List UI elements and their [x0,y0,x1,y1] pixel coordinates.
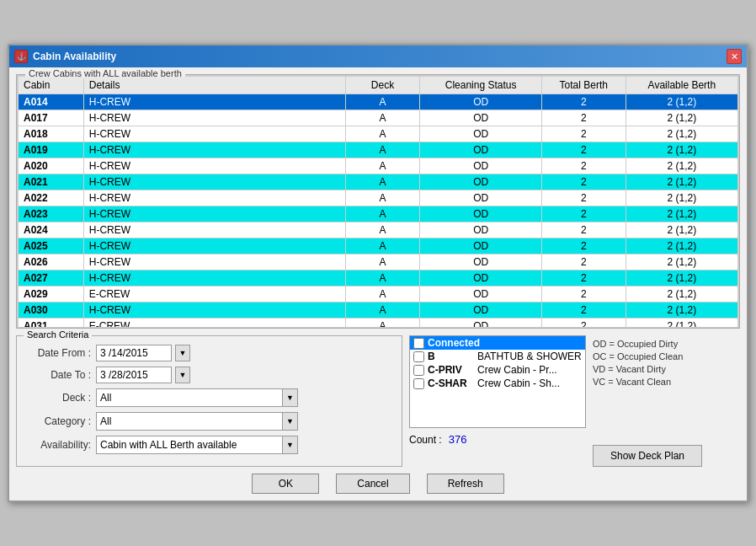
category-item[interactable]: Connected [410,336,585,350]
cell-total: 2 [541,302,626,318]
search-criteria-label: Search Criteria [24,329,92,340]
cell-cabin: A014 [19,94,84,110]
close-button[interactable]: ✕ [727,49,742,64]
table-row[interactable]: A027H-CREWAOD22 (1,2) [19,270,738,286]
table-row[interactable]: A030H-CREWAOD22 (1,2) [19,302,738,318]
cell-deck: A [345,270,420,286]
table-row[interactable]: A023H-CREWAOD22 (1,2) [19,206,738,222]
table-row[interactable]: A029E-CREWAOD22 (1,2) [19,286,738,302]
show-deck-plan-button[interactable]: Show Deck Plan [593,445,702,467]
cell-deck: A [345,158,420,174]
table-row[interactable]: A024H-CREWAOD22 (1,2) [19,222,738,238]
cell-available: 2 (1,2) [626,254,737,270]
cell-available: 2 (1,2) [626,142,737,158]
availability-dropdown-btn[interactable]: ▼ [282,436,297,453]
cell-details: H-CREW [83,190,345,206]
cabin-table-scroll[interactable]: Cabin Details Deck Cleaning Status Total… [17,75,739,328]
table-row[interactable]: A031E-CREWAOD22 (1,2) [19,318,738,329]
availability-input[interactable] [97,437,282,452]
cell-deck: A [345,110,420,126]
category-item[interactable]: BBATHTUB & SHOWER [410,350,585,363]
search-criteria-group: Search Criteria Date From : ▼ Date To : … [16,335,402,467]
table-row[interactable]: A019H-CREWAOD22 (1,2) [19,142,738,158]
cell-deck: A [345,174,420,190]
category-checkbox[interactable] [413,351,424,362]
category-list[interactable]: ConnectedBBATHTUB & SHOWERC-PRIVCrew Cab… [409,335,586,428]
cell-total: 2 [541,94,626,110]
category-checkbox[interactable] [413,378,424,389]
cell-available: 2 (1,2) [626,286,737,302]
cell-details: E-CREW [83,318,345,329]
cell-available: 2 (1,2) [626,94,737,110]
cell-cleaning: OD [420,110,541,126]
refresh-button[interactable]: Refresh [427,474,504,494]
date-to-label: Date To : [24,369,91,381]
date-from-dropdown[interactable]: ▼ [175,345,190,361]
table-row[interactable]: A026H-CREWAOD22 (1,2) [19,254,738,270]
deck-label: Deck : [24,392,91,404]
table-row[interactable]: A017H-CREWAOD22 (1,2) [19,110,738,126]
table-row[interactable]: A021H-CREWAOD22 (1,2) [19,174,738,190]
cell-cabin: A019 [19,142,84,158]
window-body: Crew Cabins with ALL available berth Cab… [9,67,747,500]
ok-button[interactable]: OK [252,474,319,494]
cell-available: 2 (1,2) [626,318,737,329]
cell-details: H-CREW [83,206,345,222]
date-from-input[interactable] [96,345,172,361]
cell-total: 2 [541,174,626,190]
category-dropdown-btn[interactable]: ▼ [282,413,297,430]
col-available: Available Berth [626,77,737,94]
category-checkbox[interactable] [413,338,424,349]
availability-dropdown[interactable]: ▼ [96,436,298,454]
legend-od: OD = Occupied Dirty [593,339,740,349]
cell-cabin: A021 [19,174,84,190]
cell-details: H-CREW [83,238,345,254]
table-row[interactable]: A022H-CREWAOD22 (1,2) [19,190,738,206]
cell-cabin: A026 [19,254,84,270]
table-row[interactable]: A020H-CREWAOD22 (1,2) [19,158,738,174]
cell-deck: A [345,286,420,302]
legend-panel: OD = Occupied Dirty OC = Occupied Clean … [593,335,740,387]
deck-dropdown[interactable]: ▼ [96,388,298,407]
cell-cleaning: OD [420,270,541,286]
cell-cleaning: OD [420,238,541,254]
deck-dropdown-btn[interactable]: ▼ [282,389,297,406]
cell-available: 2 (1,2) [626,222,737,238]
cell-deck: A [345,206,420,222]
category-code: C-SHAR [428,377,474,389]
cancel-button[interactable]: Cancel [336,474,409,494]
category-description: BATHTUB & SHOWER [477,351,582,362]
category-item[interactable]: C-SHARCrew Cabin - Sh... [410,377,585,390]
date-from-row: Date From : ▼ [24,345,395,361]
date-to-input[interactable] [96,367,172,383]
legend-vc: VC = Vacant Clean [593,377,740,387]
cell-cleaning: OD [420,318,541,329]
cell-details: H-CREW [83,110,345,126]
availability-row: Availability: ▼ [24,436,395,454]
category-input[interactable] [97,414,282,429]
cell-available: 2 (1,2) [626,206,737,222]
category-dropdown[interactable]: ▼ [96,412,298,431]
category-checkbox[interactable] [413,365,424,376]
cell-total: 2 [541,270,626,286]
deck-input[interactable] [97,390,282,405]
cell-available: 2 (1,2) [626,270,737,286]
category-row: Category : ▼ [24,412,395,431]
col-deck: Deck [345,77,420,94]
cell-details: H-CREW [83,302,345,318]
cabin-table-group: Crew Cabins with ALL available berth Cab… [16,74,740,329]
cell-total: 2 [541,286,626,302]
cell-cabin: A023 [19,206,84,222]
cell-cleaning: OD [420,142,541,158]
cell-available: 2 (1,2) [626,126,737,142]
category-item[interactable]: C-PRIVCrew Cabin - Pr... [410,363,585,377]
category-description: Crew Cabin - Sh... [477,377,560,389]
table-row[interactable]: A018H-CREWAOD22 (1,2) [19,126,738,142]
cell-cleaning: OD [420,222,541,238]
table-row[interactable]: A014H-CREWAOD22 (1,2) [19,94,738,110]
date-to-dropdown[interactable]: ▼ [175,367,190,383]
table-row[interactable]: A025H-CREWAOD22 (1,2) [19,238,738,254]
cabin-availability-window: ⚓ Cabin Availability ✕ Crew Cabins with … [8,44,748,502]
cell-total: 2 [541,158,626,174]
cell-total: 2 [541,318,626,329]
